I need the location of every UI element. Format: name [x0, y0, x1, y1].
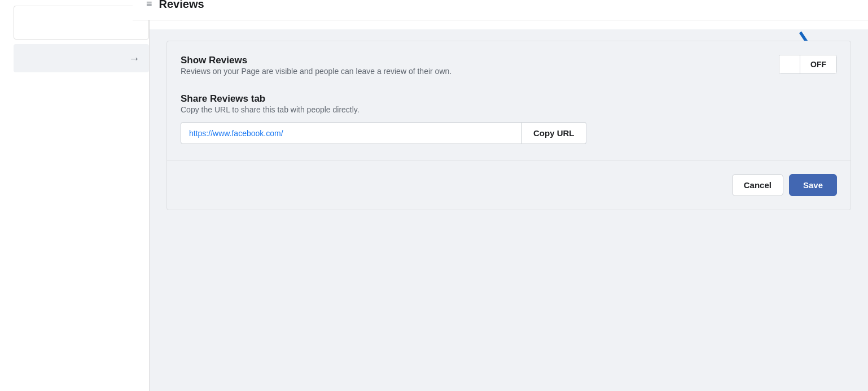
main-panel: ≡ Reviews Show Reviews Review: [150, 0, 868, 391]
share-reviews-section: Share Reviews tab Copy the URL to share …: [181, 93, 837, 145]
sidebar-top-card: [14, 6, 149, 40]
save-button[interactable]: Save: [789, 174, 837, 196]
url-row: Copy URL: [181, 122, 837, 144]
share-reviews-title: Share Reviews tab: [181, 93, 837, 105]
nav-arrow-icon: →: [129, 52, 140, 65]
reviews-card: Show Reviews Reviews on your Page are vi…: [166, 41, 851, 210]
toggle-on-label[interactable]: [779, 55, 800, 73]
sidebar-nav-item[interactable]: →: [14, 44, 149, 72]
show-reviews-header: Show Reviews Reviews on your Page are vi…: [181, 55, 837, 77]
cancel-button[interactable]: Cancel: [732, 174, 783, 196]
show-reviews-toggle[interactable]: OFF: [779, 55, 837, 74]
show-reviews-description: Reviews on your Page are visible and peo…: [181, 66, 451, 77]
toggle-off-label[interactable]: OFF: [800, 55, 836, 73]
sidebar: →: [0, 0, 150, 391]
show-reviews-section: Show Reviews Reviews on your Page are vi…: [181, 55, 837, 77]
show-reviews-text-block: Show Reviews Reviews on your Page are vi…: [181, 55, 451, 77]
menu-icon[interactable]: ≡: [146, 0, 152, 10]
action-row: Cancel Save: [181, 170, 837, 196]
page-header: ≡ Reviews: [133, 0, 868, 20]
share-reviews-description: Copy the URL to share this tab with peop…: [181, 105, 519, 116]
section-divider: [167, 160, 851, 160]
url-input[interactable]: [181, 122, 522, 144]
show-reviews-title: Show Reviews: [181, 55, 451, 66]
content-wrapper: Show Reviews Reviews on your Page are vi…: [150, 29, 868, 391]
copy-url-button[interactable]: Copy URL: [522, 122, 586, 144]
page-title: Reviews: [159, 0, 204, 11]
